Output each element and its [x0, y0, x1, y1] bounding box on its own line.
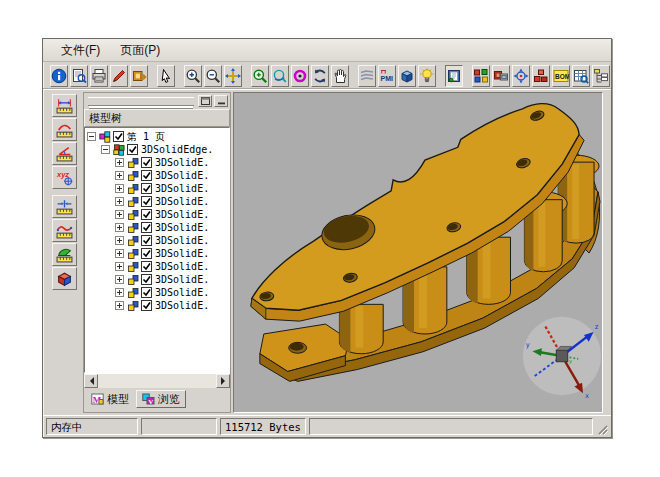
panel-float-button[interactable] — [198, 95, 212, 107]
camera-view-button[interactable] — [492, 65, 510, 87]
visibility-checkbox[interactable] — [141, 209, 152, 220]
tree-expander-minus[interactable] — [87, 132, 96, 141]
zoom-window-button[interactable] — [251, 65, 269, 87]
zoom-out-button[interactable] — [204, 65, 222, 87]
panel-hide-button[interactable] — [214, 95, 228, 107]
visibility-checkbox[interactable] — [141, 248, 152, 259]
structure-tree-button[interactable] — [592, 65, 610, 87]
tree-item[interactable]: 3DSolidE. — [87, 299, 229, 312]
visibility-checkbox[interactable] — [141, 183, 152, 194]
visibility-checkbox[interactable] — [141, 222, 152, 233]
tree-item[interactable]: 3DSolidE. — [87, 182, 229, 195]
tree-expander-plus[interactable] — [115, 275, 124, 284]
tree-item[interactable]: 3DSolidE. — [87, 195, 229, 208]
measure-gap-button[interactable] — [52, 195, 77, 218]
model-tree[interactable]: 第 1 页3DSolidEdge.3DSolidE.3DSolidE.3DSol… — [84, 127, 230, 373]
measure-arc-button[interactable] — [52, 118, 77, 141]
visibility-checkbox[interactable] — [141, 235, 152, 246]
browse-tab-icon: V — [142, 393, 155, 405]
scroll-right-button[interactable] — [216, 374, 230, 388]
report-table-button[interactable] — [572, 65, 590, 87]
rotate-center-button[interactable] — [512, 65, 530, 87]
visibility-checkbox[interactable] — [127, 144, 138, 155]
measure-area-button[interactable] — [52, 243, 77, 266]
view-cube-button[interactable] — [398, 65, 416, 87]
orbit-button[interactable] — [271, 65, 289, 87]
menu-page[interactable]: 页面(P) — [112, 40, 168, 61]
info-button[interactable] — [50, 65, 68, 87]
tree-item[interactable]: 3DSolidEdge. — [87, 143, 229, 156]
print-preview-button[interactable] — [70, 65, 88, 87]
tree-item[interactable]: 3DSolidE. — [87, 221, 229, 234]
tree-expander-plus[interactable] — [115, 158, 124, 167]
visibility-checkbox[interactable] — [141, 196, 152, 207]
measure-area-icon — [56, 246, 73, 263]
scroll-left-button[interactable] — [84, 374, 98, 388]
section-button[interactable] — [358, 65, 376, 87]
tree-expander-plus[interactable] — [115, 301, 124, 310]
explode-button[interactable] — [532, 65, 550, 87]
resize-grip[interactable] — [596, 422, 609, 435]
tree-item-label: 3DSolidE. — [155, 235, 209, 246]
menu-file[interactable]: 文件(F) — [53, 40, 108, 61]
tree-item[interactable]: 3DSolidE. — [87, 208, 229, 221]
tree-expander-plus[interactable] — [115, 184, 124, 193]
rotate-3d-button[interactable] — [291, 65, 309, 87]
tree-expander-plus[interactable] — [115, 197, 124, 206]
spin-button[interactable] — [311, 65, 329, 87]
select-button[interactable] — [157, 65, 175, 87]
notebook-button[interactable] — [445, 65, 463, 87]
scroll-track[interactable] — [98, 374, 216, 388]
markup-pen-button[interactable] — [110, 65, 128, 87]
pan-move-button[interactable] — [224, 65, 242, 87]
panel-grip[interactable] — [88, 97, 194, 106]
measure-volume-button[interactable] — [52, 267, 77, 290]
tree-expander-plus[interactable] — [115, 288, 124, 297]
tree-item[interactable]: 3DSolidE. — [87, 273, 229, 286]
bom-button[interactable]: BOM — [552, 65, 570, 87]
tree-expander-minus[interactable] — [101, 145, 110, 154]
tree-item[interactable]: 3DSolidE. — [87, 286, 229, 299]
visibility-checkbox[interactable] — [141, 157, 152, 168]
tree-expander-plus[interactable] — [115, 171, 124, 180]
orientation-gizmo[interactable]: x y z y — [519, 313, 603, 399]
visibility-checkbox[interactable] — [141, 300, 152, 311]
tree-item[interactable]: 第 1 页 — [87, 130, 229, 143]
pan-hand-button[interactable] — [331, 65, 349, 87]
light-button[interactable] — [418, 65, 436, 87]
assembly-button[interactable] — [472, 65, 490, 87]
tree-item-label: 第 1 页 — [127, 130, 165, 144]
tree-expander-plus[interactable] — [115, 249, 124, 258]
zoom-in-button[interactable] — [184, 65, 202, 87]
visibility-checkbox[interactable] — [141, 287, 152, 298]
tab-model[interactable]: M模型 — [86, 390, 134, 408]
pmi-button[interactable]: PMI — [378, 65, 396, 87]
visibility-checkbox[interactable] — [141, 274, 152, 285]
tree-expander-plus[interactable] — [115, 210, 124, 219]
coordinate-xyz-button[interactable]: xyz — [52, 166, 77, 189]
toolbar-separator — [149, 65, 156, 87]
visibility-checkbox[interactable] — [141, 170, 152, 181]
tab-browse[interactable]: V浏览 — [136, 390, 186, 408]
tree-item[interactable]: 3DSolidE. — [87, 247, 229, 260]
tree-item[interactable]: 3DSolidE. — [87, 260, 229, 273]
tree-item[interactable]: 3DSolidE. — [87, 234, 229, 247]
tree-expander-plus[interactable] — [115, 236, 124, 245]
measure-arc-icon — [56, 121, 73, 138]
panel-header[interactable] — [84, 93, 230, 109]
viewport-3d[interactable]: x y z y — [233, 92, 603, 413]
measure-width-button[interactable] — [52, 94, 77, 117]
print-button[interactable] — [90, 65, 108, 87]
measure-angle-button[interactable] — [52, 142, 77, 165]
visibility-checkbox[interactable] — [113, 131, 124, 142]
tree-hscrollbar[interactable] — [84, 373, 230, 388]
tree-item[interactable]: 3DSolidE. — [87, 156, 229, 169]
tree-expander-plus[interactable] — [115, 262, 124, 271]
markup-pen-icon — [111, 68, 127, 84]
visibility-checkbox[interactable] — [141, 261, 152, 272]
float-icon — [201, 97, 210, 105]
export-button[interactable] — [130, 65, 148, 87]
tree-expander-plus[interactable] — [115, 223, 124, 232]
tree-item[interactable]: 3DSolidE. — [87, 169, 229, 182]
measure-curve-button[interactable] — [52, 219, 77, 242]
